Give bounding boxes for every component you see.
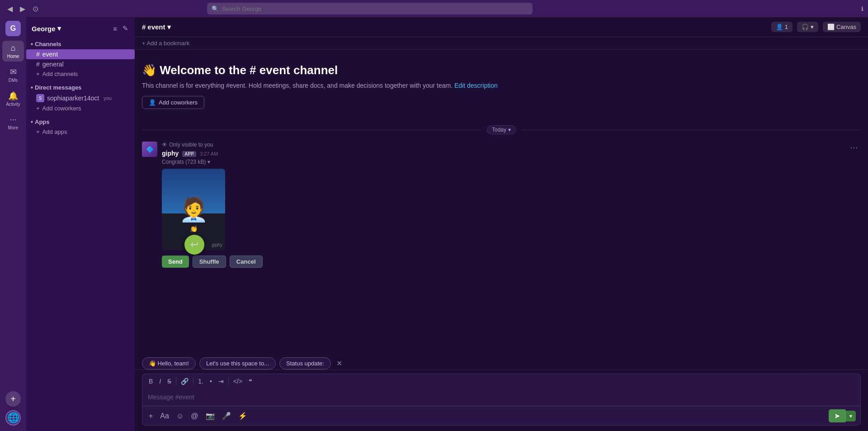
dms-icon: ✉ xyxy=(10,67,17,77)
edit-description-link[interactable]: Edit description xyxy=(454,82,498,89)
channels-arrow: ▾ xyxy=(31,42,33,47)
sidebar-item-dms[interactable]: ✉ DMs xyxy=(2,64,24,85)
compose-button[interactable]: ✎ xyxy=(122,24,129,33)
emoji-button[interactable]: ☺ xyxy=(175,411,185,421)
date-arrow: ▾ xyxy=(508,127,511,133)
history-button[interactable]: ⊙ xyxy=(30,4,41,14)
headphone-button[interactable]: 🎧 ▾ xyxy=(797,22,818,32)
add-apps-label: Add apps xyxy=(42,128,67,135)
fmt-divider-1 xyxy=(176,378,176,385)
shortcut-button[interactable]: ⚡ xyxy=(236,411,249,421)
add-coworkers-button[interactable]: 👤 Add coworkers xyxy=(142,96,204,109)
message-input-area: B I S̶ 🔗 1. • ⇥ </> ❝ + Aa ☺ @ xyxy=(135,369,868,431)
channels-section-title: Channels xyxy=(35,41,61,47)
send-button[interactable]: ➤ xyxy=(829,409,845,422)
chip-status-update[interactable]: Status update: xyxy=(279,357,331,369)
dm-item-sophia[interactable]: S sophiaparker14oct you xyxy=(26,93,135,104)
channel-header-name: event xyxy=(147,23,165,31)
filter-button[interactable]: ≡ xyxy=(112,24,118,33)
file-info[interactable]: Congrats (723 kB) ▾ xyxy=(162,159,861,165)
apps-arrow: ▾ xyxy=(31,119,33,124)
bullet-list-button[interactable]: • xyxy=(208,377,214,386)
code-button[interactable]: </> xyxy=(231,377,244,386)
message-input[interactable] xyxy=(148,393,855,401)
add-coworkers-icon: + xyxy=(36,105,40,112)
workspace-avatar[interactable]: G xyxy=(5,21,21,36)
link-button[interactable]: 🔗 xyxy=(179,377,190,386)
dm-section-header[interactable]: ▾ Direct messages xyxy=(26,82,135,93)
block-button[interactable]: ❝ xyxy=(247,377,254,386)
video-button[interactable]: 📷 xyxy=(204,411,217,421)
icon-sidebar: G ⌂ Home ✉ DMs 🔔 Activity ··· More + 🌐 xyxy=(0,17,26,431)
search-bar[interactable]: 🔍 xyxy=(207,3,533,14)
mic-button[interactable]: 🎤 xyxy=(220,411,233,421)
people-count: 1 xyxy=(785,24,788,30)
chip-hello-team[interactable]: 👋 Hello, team! xyxy=(142,357,196,369)
ordered-list-button[interactable]: 1. xyxy=(196,377,205,386)
fmt-divider-3 xyxy=(228,378,229,385)
add-attachment-button[interactable]: + xyxy=(147,411,155,421)
channel-sidebar: George ▾ ≡ ✎ ▾ Channels # event # genera… xyxy=(26,17,135,431)
sidebar-item-home[interactable]: ⌂ Home xyxy=(2,41,24,62)
apps-section-header[interactable]: ▾ Apps xyxy=(26,117,135,127)
home-icon: ⌂ xyxy=(11,43,16,53)
chip-lets-use[interactable]: Let's use this space to... xyxy=(199,357,276,369)
cancel-button[interactable]: Cancel xyxy=(230,256,263,268)
info-icon: ℹ xyxy=(861,5,863,12)
date-badge[interactable]: Today ▾ xyxy=(487,125,516,134)
message-time: 3:27 AM xyxy=(200,151,218,156)
channel-item-event[interactable]: # event xyxy=(26,49,135,59)
forward-button[interactable]: ▶ xyxy=(17,4,28,14)
headphone-dropdown: ▾ xyxy=(811,24,814,30)
bookmark-bar[interactable]: + Add a bookmark xyxy=(135,37,868,50)
more-icon: ··· xyxy=(9,115,16,124)
channel-item-general[interactable]: # general xyxy=(26,59,135,69)
message-avatar: 🔷 xyxy=(142,142,157,157)
message-more-button[interactable]: ⋯ xyxy=(847,142,861,153)
workspace-dropdown-icon: ▾ xyxy=(57,24,61,33)
text-format-button[interactable]: Aa xyxy=(158,411,171,421)
people-button[interactable]: 👤 1 xyxy=(771,22,793,32)
add-channels-icon: + xyxy=(36,71,40,77)
file-arrow: ▾ xyxy=(208,159,210,165)
canvas-label: Canvas xyxy=(836,24,856,30)
send-button-group: ➤ ▾ xyxy=(829,409,856,422)
headphone-icon: 🎧 xyxy=(802,24,809,30)
add-apps-item[interactable]: + Add apps xyxy=(26,127,135,137)
italic-button[interactable]: I xyxy=(157,377,163,386)
send-gif-button[interactable]: Send xyxy=(162,256,189,268)
shuffle-button[interactable]: Shuffle xyxy=(193,256,226,268)
topbar-right: ℹ xyxy=(861,5,863,12)
sidebar-item-activity[interactable]: 🔔 Activity xyxy=(2,88,24,109)
canvas-button[interactable]: ⬜ Canvas xyxy=(823,22,861,32)
mention-button[interactable]: @ xyxy=(189,411,200,421)
file-label: Congrats (723 kB) xyxy=(162,159,206,165)
fmt-divider-2 xyxy=(193,378,193,385)
add-workspace-button[interactable]: + xyxy=(5,391,21,407)
bold-button[interactable]: B xyxy=(147,377,155,386)
workspace-name-text: George xyxy=(32,25,56,33)
search-input[interactable] xyxy=(222,5,528,12)
channel-name-header[interactable]: # event ▾ xyxy=(142,23,171,31)
add-apps-icon: + xyxy=(36,128,40,135)
dm-section-title: Direct messages xyxy=(35,84,81,91)
add-coworkers-item[interactable]: + Add coworkers xyxy=(26,104,135,113)
strikethrough-button[interactable]: S̶ xyxy=(165,377,173,386)
welcome-desc-text: This channel is for everything #event. H… xyxy=(142,82,453,89)
channel-name-event: event xyxy=(42,51,58,58)
indent-button[interactable]: ⇥ xyxy=(217,377,226,386)
suggestion-chips: 👋 Hello, team! Let's use this space to..… xyxy=(135,357,868,369)
back-button[interactable]: ◀ xyxy=(5,4,15,14)
workspace-name[interactable]: George ▾ xyxy=(32,24,61,33)
chips-close-button[interactable]: ✕ xyxy=(335,359,344,368)
sidebar-item-more[interactable]: ··· More xyxy=(2,112,24,133)
gif-wrapper: 🧑‍💼 👏 giphy ↩ xyxy=(162,169,225,250)
only-visible-text: Only visible to you xyxy=(169,142,213,148)
channels-section-header[interactable]: ▾ Channels xyxy=(26,39,135,49)
activity-icon: 🔔 xyxy=(8,91,18,101)
send-dropdown-button[interactable]: ▾ xyxy=(845,411,856,422)
main-content: # event ▾ 👤 1 🎧 ▾ ⬜ Canvas xyxy=(135,17,868,431)
user-avatar[interactable]: 🌐 xyxy=(5,410,21,426)
add-channels-item[interactable]: + Add channels xyxy=(26,69,135,79)
dm-you-label: you xyxy=(104,95,112,101)
